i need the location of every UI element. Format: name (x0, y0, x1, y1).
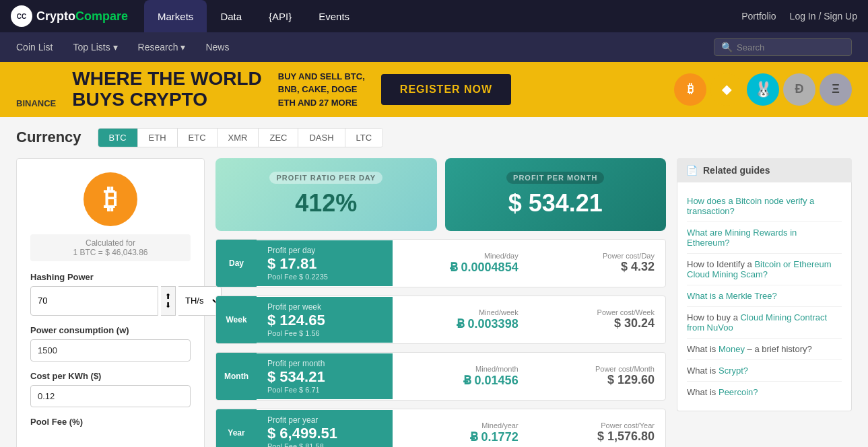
power-consumption-input[interactable] (30, 339, 191, 362)
hashing-power-group: Hashing Power ⬆⬇ TH/s GH/s MH/s (30, 272, 191, 316)
stat-row-year: Year Profit per year $ 6,499.51 Pool Fee… (215, 409, 666, 447)
stat-period-day: Day (216, 240, 257, 287)
calculator-panel: ₿ Calculated for 1 BTC = $ 46,043.86 Has… (16, 158, 205, 447)
tab-etc[interactable]: ETC (178, 129, 218, 147)
profit-per-month-value: $ 534.21 (459, 189, 653, 217)
stat-period-year: Year (216, 409, 257, 447)
subnav-news[interactable]: News (205, 42, 229, 53)
guide-text-3: How to Identify a (687, 259, 754, 269)
tab-btc[interactable]: BTC (98, 129, 138, 147)
stat-mined-month: Mined/month Ƀ 0.01456 (393, 359, 529, 393)
eth-coin-icon: Ξ (820, 73, 852, 106)
stat-cost-week: Power cost/Week $ 30.24 (529, 303, 665, 336)
stat-row-week: Week Profit per week $ 124.65 Pool Fee $… (215, 296, 666, 344)
stat-mined-day: Mined/day Ƀ 0.0004854 (393, 246, 529, 280)
guides-title: Related guides (703, 165, 770, 176)
power-consumption-label: Power consumption (w) (30, 325, 191, 335)
tab-ltc[interactable]: LTC (345, 129, 383, 147)
guide-item-3: How to Identify a Bitcoin or Ethereum Cl… (687, 254, 842, 285)
banner-headline: WHERE THE WORLD BUYS CRYPTO (72, 69, 262, 110)
cake-coin-icon: 🐰 (747, 73, 779, 106)
nav-tab-api[interactable]: {API} (255, 0, 305, 32)
guides-header: 📄 Related guides (677, 158, 852, 182)
center-panel: PROFIT RATIO PER DAY 412% PROFIT PER MON… (215, 158, 666, 447)
pool-fee-label: Pool Fee (%) (30, 417, 191, 427)
guide-text-5: How to buy a (687, 312, 741, 322)
guide-text-7a: What is (687, 366, 719, 376)
guide-text-6b: – a brief history? (745, 344, 812, 354)
portfolio-link[interactable]: Portfolio (741, 11, 776, 22)
doge-coin-icon: Ð (783, 73, 815, 106)
hashing-power-input-row: ⬆⬇ TH/s GH/s MH/s (30, 286, 191, 316)
guide-link-2[interactable]: What are Mining Rewards in Ethereum? (687, 228, 797, 248)
stat-cost-year: Power cost/Year $ 1,576.80 (529, 416, 665, 447)
profit-per-month-card: PROFIT PER MONTH $ 534.21 (445, 158, 667, 231)
banner-brand-logo: BINANCE (16, 70, 56, 108)
content-row: ₿ Calculated for 1 BTC = $ 46,043.86 Has… (16, 158, 852, 447)
nav-tab-markets[interactable]: Markets (144, 0, 207, 32)
guide-link-1[interactable]: How does a Bitcoin node verify a transac… (687, 196, 814, 216)
cost-per-kwh-label: Cost per KWh ($) (30, 371, 191, 381)
stat-mined-year: Mined/year Ƀ 0.1772 (393, 416, 529, 447)
related-guides-panel: 📄 Related guides How does a Bitcoin node… (677, 158, 852, 447)
top-navigation: CC CryptoCompare Markets Data {API} Even… (0, 0, 868, 32)
hashing-power-stepper[interactable]: ⬆⬇ (161, 286, 176, 316)
currency-tabs: BTC ETH ETC XMR ZEC DASH LTC (98, 128, 384, 147)
guide-item-4: What is a Merkle Tree? (687, 285, 842, 307)
logo-text: CryptoCompare (36, 9, 128, 24)
nav-right-links: Portfolio Log In / Sign Up (741, 11, 857, 22)
stat-cost-day: Power cost/Day $ 4.32 (529, 246, 665, 279)
subnav-coin-list[interactable]: Coin List (16, 42, 53, 53)
stat-main-day: Profit per day $ 17.81 Pool Fee $ 0.2235 (257, 240, 393, 286)
guides-icon: 📄 (686, 165, 698, 176)
btc-icon: ₿ (84, 172, 137, 226)
guide-item-6: What is Money – a brief history? (687, 339, 842, 360)
tab-xmr[interactable]: XMR (218, 129, 259, 147)
guide-link-8[interactable]: Peercoin? (719, 387, 758, 397)
banner-ad: BINANCE WHERE THE WORLD BUYS CRYPTO BUY … (0, 62, 868, 117)
currency-title: Currency (16, 129, 81, 146)
main-content: Currency BTC ETH ETC XMR ZEC DASH LTC ₿ … (0, 117, 868, 447)
cost-per-kwh-input[interactable] (30, 385, 191, 407)
main-nav-tabs: Markets Data {API} Events (144, 0, 363, 32)
nav-tab-events[interactable]: Events (305, 0, 363, 32)
tab-eth[interactable]: ETH (138, 129, 178, 147)
subnav-research[interactable]: Research ▾ (138, 42, 186, 53)
stat-cost-month: Power cost/Month $ 129.60 (529, 359, 665, 392)
guide-item-8: What is Peercoin? (687, 382, 842, 403)
profit-per-month-label: PROFIT PER MONTH (506, 172, 604, 184)
banner-brand-name: BINANCE (16, 98, 56, 108)
stat-row-month: Month Profit per month $ 534.21 Pool Fee… (215, 352, 666, 401)
login-signup-link[interactable]: Log In / Sign Up (790, 11, 857, 22)
search-input[interactable] (737, 42, 844, 53)
hashing-power-input[interactable] (30, 286, 158, 316)
currency-header: Currency BTC ETH ETC XMR ZEC DASH LTC (16, 128, 852, 147)
stat-period-week: Week (216, 296, 257, 343)
banner-coins: ₿ ◆ 🐰 Ð Ξ (674, 73, 852, 106)
btc-icon-wrapper: ₿ (30, 172, 191, 226)
tab-dash[interactable]: DASH (298, 129, 345, 147)
subnav-top-lists[interactable]: Top Lists ▾ (73, 42, 117, 53)
guide-text-8a: What is (687, 387, 719, 397)
profit-ratio-day-card: PROFIT RATIO PER DAY 412% (215, 158, 437, 231)
profit-ratio-day-value: 412% (229, 189, 424, 217)
profit-summary: PROFIT RATIO PER DAY 412% PROFIT PER MON… (215, 158, 666, 231)
guide-link-7[interactable]: Scrypt? (719, 366, 748, 376)
stat-period-month: Month (216, 353, 257, 400)
tab-zec[interactable]: ZEC (259, 129, 298, 147)
guide-link-4[interactable]: What is a Merkle Tree? (687, 291, 777, 301)
guide-item-7: What is Scrypt? (687, 360, 842, 382)
btc-coin-icon: ₿ (674, 73, 706, 106)
calc-for-display: Calculated for 1 BTC = $ 46,043.86 (30, 234, 191, 261)
stat-mined-week: Mined/week Ƀ 0.003398 (393, 303, 529, 337)
stat-main-month: Profit per month $ 534.21 Pool Fee $ 6.7… (257, 353, 393, 399)
guide-link-6[interactable]: Money (719, 344, 745, 354)
site-logo[interactable]: CC CryptoCompare (11, 5, 128, 27)
bnb-coin-icon: ◆ (710, 73, 743, 106)
search-icon: 🔍 (721, 42, 733, 53)
guide-text-6a: What is (687, 344, 719, 354)
pool-fee-group: Pool Fee (%) (30, 417, 191, 427)
hashing-power-label: Hashing Power (30, 272, 191, 282)
nav-tab-data[interactable]: Data (207, 0, 255, 32)
banner-register-button[interactable]: REGISTER NOW (381, 74, 511, 105)
